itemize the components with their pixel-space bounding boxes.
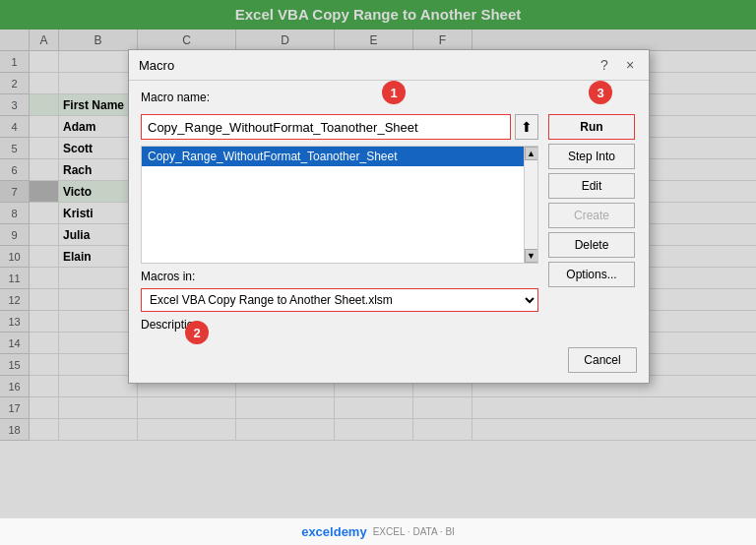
upload-button[interactable]: ⬆ [515, 114, 538, 140]
list-scrollbar: ▲ ▼ [524, 147, 537, 263]
edit-button[interactable]: Edit [548, 173, 635, 199]
dialog-left: ⬆ Copy_Range_WithoutFormat_Toanother_She… [141, 114, 538, 332]
exceldemy-logo: exceldemy [301, 524, 367, 539]
step-badge-2: 2 [185, 321, 209, 344]
macro-name-input[interactable] [141, 114, 511, 140]
macro-list-container: Copy_Range_WithoutFormat_Toanother_Sheet… [141, 146, 538, 264]
dialog-footer: Cancel [129, 341, 649, 383]
step-badge-3: 3 [589, 81, 612, 104]
create-button[interactable]: Create [548, 203, 635, 228]
help-button[interactable]: ? [596, 56, 613, 74]
cancel-button[interactable]: Cancel [568, 347, 637, 373]
exceldemy-tagline: EXCEL · DATA · BI [373, 526, 455, 537]
scrollbar-down-button[interactable]: ▼ [525, 249, 538, 263]
macro-list-item[interactable]: Copy_Range_WithoutFormat_Toanother_Sheet [142, 147, 537, 166]
macros-in-select[interactable]: Excel VBA Copy Range to Another Sheet.xl… [141, 288, 538, 312]
run-button[interactable]: Run [548, 114, 635, 140]
close-button[interactable]: × [621, 56, 639, 74]
options-button[interactable]: Options... [548, 262, 635, 287]
delete-button[interactable]: Delete [548, 232, 635, 258]
dialog-right-buttons: Run Step Into Edit Create Delete Options… [548, 114, 637, 332]
exceldemy-bar: exceldemy EXCEL · DATA · BI [0, 517, 756, 545]
dialog-body: Macro name: ⬆ Copy_Range_WithoutFormat_T… [129, 81, 649, 341]
macros-in-row: Macros in: Excel VBA Copy Range to Anoth… [141, 270, 538, 312]
scrollbar-up-button[interactable]: ▲ [525, 147, 538, 160]
dialog-title-icons: ? × [596, 56, 639, 74]
dialog-title: Macro [139, 58, 174, 73]
macros-in-select-row: Excel VBA Copy Range to Another Sheet.xl… [141, 288, 538, 312]
step-badge-1: 1 [382, 81, 406, 104]
step-into-button[interactable]: Step Into [548, 144, 635, 169]
dialog-content: ⬆ Copy_Range_WithoutFormat_Toanother_She… [141, 114, 637, 332]
macro-name-row: ⬆ [141, 114, 538, 140]
dialog-title-bar: Macro ? × [129, 50, 649, 81]
macros-in-label: Macros in: [141, 270, 538, 283]
